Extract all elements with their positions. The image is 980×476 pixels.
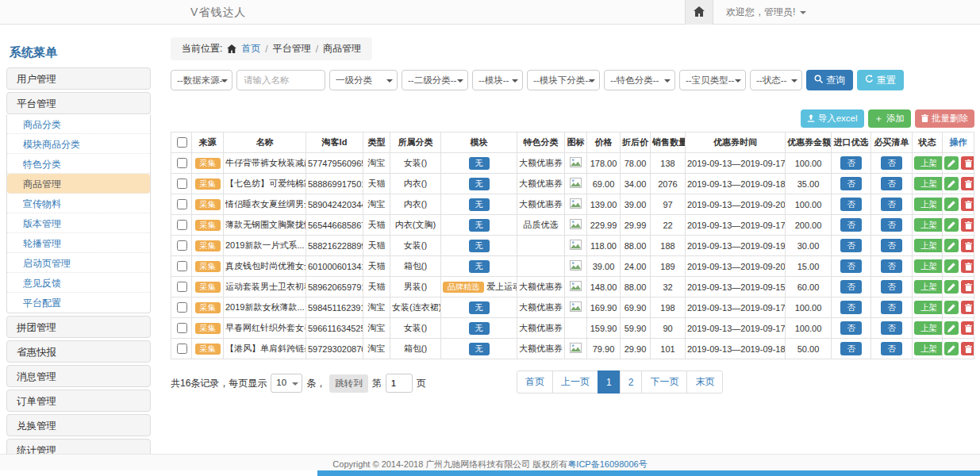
home-button[interactable] xyxy=(685,0,713,25)
sidebar-item[interactable]: 平台配置 xyxy=(7,293,150,313)
must-buy-toggle[interactable]: 否 xyxy=(881,156,902,170)
page-button[interactable]: 末页 xyxy=(686,370,723,393)
edit-button[interactable] xyxy=(944,342,959,355)
filter-select-module[interactable]: --模块-- xyxy=(472,70,523,90)
must-buy-toggle[interactable]: 否 xyxy=(881,321,902,335)
name-search-input[interactable] xyxy=(236,70,325,90)
edit-button[interactable] xyxy=(944,198,959,211)
sidebar-item[interactable]: 意见反馈 xyxy=(7,273,150,293)
row-checkbox[interactable] xyxy=(177,199,187,209)
sidebar-group[interactable]: 拼团管理 xyxy=(6,316,151,338)
edit-button[interactable] xyxy=(944,259,959,273)
must-buy-toggle[interactable]: 否 xyxy=(881,218,902,232)
delete-button[interactable] xyxy=(961,259,974,273)
status-button[interactable]: 上架 xyxy=(914,239,943,252)
row-checkbox[interactable] xyxy=(177,282,187,292)
page-button[interactable]: 2 xyxy=(620,370,643,393)
row-checkbox[interactable] xyxy=(177,220,187,230)
sidebar-group[interactable]: 兑换管理 xyxy=(6,414,151,436)
jump-page-input[interactable] xyxy=(386,374,413,393)
must-buy-toggle[interactable]: 否 xyxy=(881,239,902,252)
must-buy-toggle[interactable]: 否 xyxy=(881,301,902,314)
sidebar-group[interactable]: 平台管理 xyxy=(6,92,151,114)
delete-button[interactable] xyxy=(961,321,974,335)
import-select-toggle[interactable]: 否 xyxy=(840,177,862,190)
edit-button[interactable] xyxy=(944,321,959,335)
filter-select-level1-category[interactable]: 一级分类 xyxy=(329,70,398,90)
page-button[interactable]: 首页 xyxy=(517,370,553,393)
row-checkbox[interactable] xyxy=(177,344,187,354)
must-buy-toggle[interactable]: 否 xyxy=(881,259,902,273)
import-excel-button[interactable]: 导入excel xyxy=(801,109,864,128)
must-buy-toggle[interactable]: 否 xyxy=(881,198,902,211)
edit-button[interactable] xyxy=(944,156,959,170)
import-select-toggle[interactable]: 否 xyxy=(840,156,862,170)
import-select-toggle[interactable]: 否 xyxy=(840,280,862,294)
must-buy-toggle[interactable]: 否 xyxy=(881,342,902,355)
sidebar-group[interactable]: 用户管理 xyxy=(6,67,151,90)
edit-button[interactable] xyxy=(944,280,959,294)
edit-button[interactable] xyxy=(944,239,959,252)
row-checkbox[interactable] xyxy=(177,261,187,271)
filter-select-module-subcategory[interactable]: --模块下分类-- xyxy=(527,70,600,90)
delete-button[interactable] xyxy=(961,177,974,190)
sidebar-item[interactable]: 宣传物料 xyxy=(7,194,150,213)
sidebar-item[interactable]: 商品分类 xyxy=(7,114,150,134)
search-button[interactable]: 查询 xyxy=(806,70,853,90)
row-checkbox[interactable] xyxy=(177,158,187,168)
import-select-toggle[interactable]: 否 xyxy=(840,239,862,252)
import-select-toggle[interactable]: 否 xyxy=(840,259,862,273)
delete-button[interactable] xyxy=(961,156,974,170)
row-checkbox[interactable] xyxy=(177,302,187,313)
page-button[interactable]: 下一页 xyxy=(641,370,687,393)
delete-button[interactable] xyxy=(961,198,974,211)
delete-button[interactable] xyxy=(961,218,974,232)
delete-button[interactable] xyxy=(961,280,974,294)
status-button[interactable]: 上架 xyxy=(914,301,943,314)
edit-button[interactable] xyxy=(944,301,959,314)
sidebar-item[interactable]: 启动页管理 xyxy=(7,253,150,273)
sidebar-item[interactable]: 轮播管理 xyxy=(7,233,150,253)
row-checkbox[interactable] xyxy=(177,323,187,333)
sidebar-item[interactable]: 模块商品分类 xyxy=(7,134,150,154)
status-button[interactable]: 上架 xyxy=(914,198,943,211)
filter-select-item-type[interactable]: --宝贝类型-- xyxy=(679,70,746,90)
filter-select-level2-category[interactable]: --二级分类-- xyxy=(402,70,468,90)
status-button[interactable]: 上架 xyxy=(914,342,943,355)
sidebar-group[interactable]: 省惠快报 xyxy=(6,340,151,363)
sidebar-item[interactable]: 商品管理 xyxy=(7,174,150,194)
reset-button[interactable]: 重置 xyxy=(857,70,904,90)
add-button[interactable]: ＋ 添加 xyxy=(868,109,912,128)
per-page-select[interactable]: 10 xyxy=(271,374,302,393)
import-select-toggle[interactable]: 否 xyxy=(840,301,862,314)
page-button[interactable]: 上一页 xyxy=(552,370,598,393)
filter-select-data-source[interactable]: --数据来源-- xyxy=(171,70,233,90)
filter-select-feature-category[interactable]: --特色分类-- xyxy=(604,70,675,90)
import-select-toggle[interactable]: 否 xyxy=(840,198,862,211)
delete-button[interactable] xyxy=(961,301,974,314)
import-select-toggle[interactable]: 否 xyxy=(840,342,862,355)
status-button[interactable]: 上架 xyxy=(914,321,943,335)
breadcrumb-home-link[interactable]: 首页 xyxy=(241,42,260,56)
status-button[interactable]: 上架 xyxy=(914,259,943,273)
page-button[interactable]: 1 xyxy=(598,370,621,393)
delete-button[interactable] xyxy=(961,342,974,355)
edit-button[interactable] xyxy=(944,218,959,232)
import-select-toggle[interactable]: 否 xyxy=(840,218,862,232)
sidebar-item[interactable]: 版本管理 xyxy=(7,213,150,233)
must-buy-toggle[interactable]: 否 xyxy=(881,177,902,190)
sidebar-group[interactable]: 消息管理 xyxy=(6,365,151,387)
select-all-checkbox[interactable] xyxy=(177,137,187,148)
row-checkbox[interactable] xyxy=(177,240,187,251)
jump-button[interactable]: 跳转到 xyxy=(329,374,368,393)
filter-select-status[interactable]: --状态-- xyxy=(750,70,802,90)
user-menu[interactable]: 欢迎您，管理员! xyxy=(726,6,806,19)
status-button[interactable]: 上架 xyxy=(914,156,943,170)
sidebar-group[interactable]: 订单管理 xyxy=(6,390,151,412)
delete-button[interactable] xyxy=(961,239,974,252)
batch-delete-button[interactable]: 批量删除 xyxy=(915,109,974,128)
status-button[interactable]: 上架 xyxy=(914,218,943,232)
icp-link[interactable]: 粤ICP备16098006号 xyxy=(567,459,647,469)
status-button[interactable]: 上架 xyxy=(914,177,943,190)
sidebar-item[interactable]: 特色分类 xyxy=(7,154,150,174)
